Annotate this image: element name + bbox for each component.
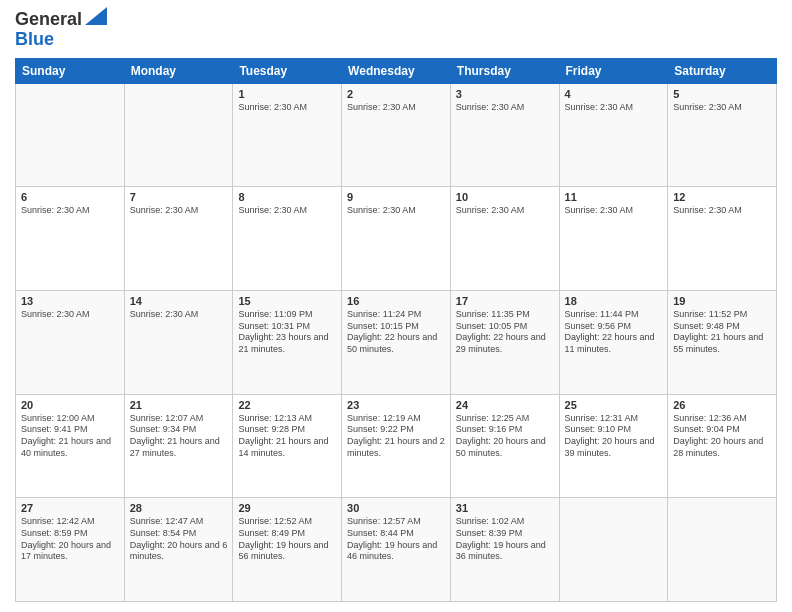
cell-info: Sunrise: 2:30 AM bbox=[130, 205, 228, 217]
day-number: 17 bbox=[456, 295, 554, 307]
day-number: 22 bbox=[238, 399, 336, 411]
calendar-cell: 19Sunrise: 11:52 PMSunset: 9:48 PMDaylig… bbox=[668, 290, 777, 394]
cell-info: Sunrise: 2:30 AM bbox=[347, 102, 445, 114]
cell-info: Sunrise: 2:30 AM bbox=[21, 309, 119, 321]
cell-info: Sunrise: 12:00 AMSunset: 9:41 PMDaylight… bbox=[21, 413, 119, 460]
calendar-cell: 20Sunrise: 12:00 AMSunset: 9:41 PMDaylig… bbox=[16, 394, 125, 498]
day-number: 21 bbox=[130, 399, 228, 411]
calendar-cell: 9Sunrise: 2:30 AM bbox=[342, 187, 451, 291]
day-number: 4 bbox=[565, 88, 663, 100]
calendar-cell: 27Sunrise: 12:42 AMSunset: 8:59 PMDaylig… bbox=[16, 498, 125, 602]
week-row-5: 27Sunrise: 12:42 AMSunset: 8:59 PMDaylig… bbox=[16, 498, 777, 602]
cell-info: Sunrise: 2:30 AM bbox=[21, 205, 119, 217]
day-number: 5 bbox=[673, 88, 771, 100]
day-number: 16 bbox=[347, 295, 445, 307]
cell-info: Sunrise: 12:36 AMSunset: 9:04 PMDaylight… bbox=[673, 413, 771, 460]
day-number: 28 bbox=[130, 502, 228, 514]
calendar-cell: 11Sunrise: 2:30 AM bbox=[559, 187, 668, 291]
cell-info: Sunrise: 2:30 AM bbox=[673, 205, 771, 217]
calendar-cell: 8Sunrise: 2:30 AM bbox=[233, 187, 342, 291]
day-number: 2 bbox=[347, 88, 445, 100]
calendar-cell: 12Sunrise: 2:30 AM bbox=[668, 187, 777, 291]
day-number: 31 bbox=[456, 502, 554, 514]
day-number: 8 bbox=[238, 191, 336, 203]
calendar-cell: 23Sunrise: 12:19 AMSunset: 9:22 PMDaylig… bbox=[342, 394, 451, 498]
day-number: 10 bbox=[456, 191, 554, 203]
calendar-cell: 6Sunrise: 2:30 AM bbox=[16, 187, 125, 291]
cell-info: Sunrise: 11:52 PMSunset: 9:48 PMDaylight… bbox=[673, 309, 771, 356]
day-number: 23 bbox=[347, 399, 445, 411]
weekday-header-tuesday: Tuesday bbox=[233, 58, 342, 83]
day-number: 30 bbox=[347, 502, 445, 514]
cell-info: Sunrise: 2:30 AM bbox=[238, 205, 336, 217]
weekday-header-thursday: Thursday bbox=[450, 58, 559, 83]
calendar-cell: 4Sunrise: 2:30 AM bbox=[559, 83, 668, 187]
calendar-cell: 25Sunrise: 12:31 AMSunset: 9:10 PMDaylig… bbox=[559, 394, 668, 498]
cell-info: Sunrise: 2:30 AM bbox=[565, 205, 663, 217]
week-row-1: 1Sunrise: 2:30 AM2Sunrise: 2:30 AM3Sunri… bbox=[16, 83, 777, 187]
cell-info: Sunrise: 2:30 AM bbox=[673, 102, 771, 114]
day-number: 6 bbox=[21, 191, 119, 203]
calendar-table: SundayMondayTuesdayWednesdayThursdayFrid… bbox=[15, 58, 777, 602]
calendar-cell: 18Sunrise: 11:44 PMSunset: 9:56 PMDaylig… bbox=[559, 290, 668, 394]
calendar-cell: 28Sunrise: 12:47 AMSunset: 8:54 PMDaylig… bbox=[124, 498, 233, 602]
day-number: 26 bbox=[673, 399, 771, 411]
cell-info: Sunrise: 2:30 AM bbox=[130, 309, 228, 321]
week-row-2: 6Sunrise: 2:30 AM7Sunrise: 2:30 AM8Sunri… bbox=[16, 187, 777, 291]
calendar-cell: 31Sunrise: 1:02 AMSunset: 8:39 PMDayligh… bbox=[450, 498, 559, 602]
cell-info: Sunrise: 2:30 AM bbox=[456, 102, 554, 114]
weekday-header-saturday: Saturday bbox=[668, 58, 777, 83]
day-number: 18 bbox=[565, 295, 663, 307]
day-number: 9 bbox=[347, 191, 445, 203]
cell-info: Sunrise: 12:13 AMSunset: 9:28 PMDaylight… bbox=[238, 413, 336, 460]
cell-info: Sunrise: 12:19 AMSunset: 9:22 PMDaylight… bbox=[347, 413, 445, 460]
week-row-4: 20Sunrise: 12:00 AMSunset: 9:41 PMDaylig… bbox=[16, 394, 777, 498]
weekday-header-monday: Monday bbox=[124, 58, 233, 83]
calendar-cell: 1Sunrise: 2:30 AM bbox=[233, 83, 342, 187]
calendar-cell: 14Sunrise: 2:30 AM bbox=[124, 290, 233, 394]
day-number: 24 bbox=[456, 399, 554, 411]
calendar-cell: 16Sunrise: 11:24 PMSunset: 10:15 PMDayli… bbox=[342, 290, 451, 394]
weekday-header-friday: Friday bbox=[559, 58, 668, 83]
day-number: 19 bbox=[673, 295, 771, 307]
day-number: 7 bbox=[130, 191, 228, 203]
calendar-cell bbox=[16, 83, 125, 187]
logo-icon bbox=[85, 7, 107, 25]
calendar-cell: 5Sunrise: 2:30 AM bbox=[668, 83, 777, 187]
cell-info: Sunrise: 11:44 PMSunset: 9:56 PMDaylight… bbox=[565, 309, 663, 356]
svg-marker-0 bbox=[85, 7, 107, 25]
day-number: 14 bbox=[130, 295, 228, 307]
cell-info: Sunrise: 2:30 AM bbox=[456, 205, 554, 217]
cell-info: Sunrise: 12:25 AMSunset: 9:16 PMDaylight… bbox=[456, 413, 554, 460]
calendar-cell bbox=[559, 498, 668, 602]
cell-info: Sunrise: 12:42 AMSunset: 8:59 PMDaylight… bbox=[21, 516, 119, 563]
day-number: 20 bbox=[21, 399, 119, 411]
calendar-cell: 13Sunrise: 2:30 AM bbox=[16, 290, 125, 394]
calendar-cell: 2Sunrise: 2:30 AM bbox=[342, 83, 451, 187]
calendar-cell: 30Sunrise: 12:57 AMSunset: 8:44 PMDaylig… bbox=[342, 498, 451, 602]
weekday-header-row: SundayMondayTuesdayWednesdayThursdayFrid… bbox=[16, 58, 777, 83]
day-number: 3 bbox=[456, 88, 554, 100]
cell-info: Sunrise: 1:02 AMSunset: 8:39 PMDaylight:… bbox=[456, 516, 554, 563]
calendar-cell: 7Sunrise: 2:30 AM bbox=[124, 187, 233, 291]
logo-text: General bbox=[15, 10, 82, 30]
cell-info: Sunrise: 11:24 PMSunset: 10:15 PMDayligh… bbox=[347, 309, 445, 356]
day-number: 1 bbox=[238, 88, 336, 100]
cell-info: Sunrise: 2:30 AM bbox=[238, 102, 336, 114]
day-number: 25 bbox=[565, 399, 663, 411]
calendar-cell: 24Sunrise: 12:25 AMSunset: 9:16 PMDaylig… bbox=[450, 394, 559, 498]
calendar-cell: 22Sunrise: 12:13 AMSunset: 9:28 PMDaylig… bbox=[233, 394, 342, 498]
calendar-cell: 15Sunrise: 11:09 PMSunset: 10:31 PMDayli… bbox=[233, 290, 342, 394]
cell-info: Sunrise: 12:07 AMSunset: 9:34 PMDaylight… bbox=[130, 413, 228, 460]
day-number: 11 bbox=[565, 191, 663, 203]
calendar-cell: 3Sunrise: 2:30 AM bbox=[450, 83, 559, 187]
cell-info: Sunrise: 2:30 AM bbox=[347, 205, 445, 217]
calendar-cell: 26Sunrise: 12:36 AMSunset: 9:04 PMDaylig… bbox=[668, 394, 777, 498]
calendar-cell: 17Sunrise: 11:35 PMSunset: 10:05 PMDayli… bbox=[450, 290, 559, 394]
week-row-3: 13Sunrise: 2:30 AM14Sunrise: 2:30 AM15Su… bbox=[16, 290, 777, 394]
header: General Blue bbox=[15, 10, 777, 50]
page: General Blue SundayMondayTuesdayWednesda… bbox=[0, 0, 792, 612]
cell-info: Sunrise: 11:09 PMSunset: 10:31 PMDayligh… bbox=[238, 309, 336, 356]
weekday-header-wednesday: Wednesday bbox=[342, 58, 451, 83]
cell-info: Sunrise: 12:31 AMSunset: 9:10 PMDaylight… bbox=[565, 413, 663, 460]
